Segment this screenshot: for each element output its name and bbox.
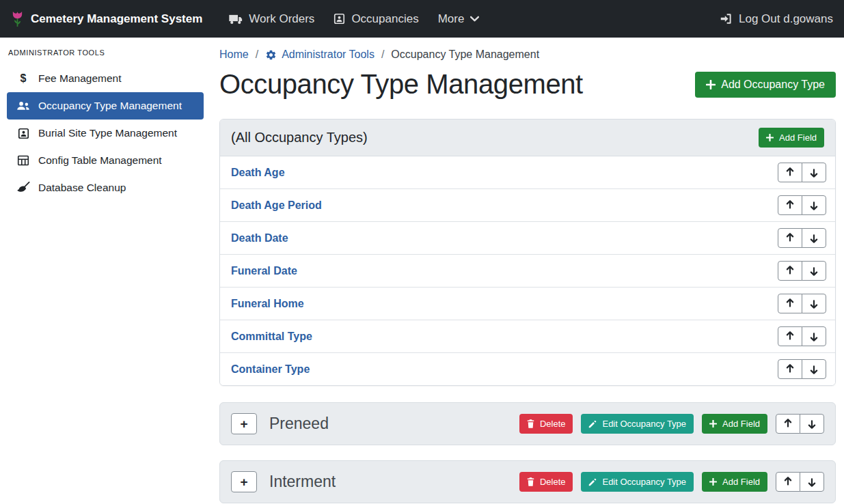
edit-occupancy-type-label: Edit Occupancy Type — [602, 419, 686, 429]
users-icon — [16, 100, 31, 111]
sidebar-item-label: Occupancy Type Management — [38, 100, 182, 112]
arrow-down-icon — [808, 418, 816, 430]
field-row: Committal Type — [220, 320, 835, 353]
trash-icon — [527, 419, 534, 428]
move-down-button[interactable] — [802, 261, 826, 281]
move-down-button[interactable] — [800, 472, 824, 492]
move-down-button[interactable] — [802, 359, 826, 379]
arrow-up-icon — [786, 232, 794, 244]
arrow-up-icon — [784, 476, 792, 488]
move-up-button[interactable] — [778, 326, 802, 346]
move-down-button[interactable] — [802, 294, 826, 313]
add-field-button[interactable]: Add Field — [702, 472, 767, 492]
arrow-up-icon — [786, 265, 794, 277]
arrow-down-icon — [808, 476, 816, 488]
add-field-button[interactable]: Add Field — [702, 414, 767, 434]
title-row: Occupancy Type Management Add Occupancy … — [219, 69, 836, 100]
breadcrumb-administrator-tools[interactable]: Administrator Tools — [265, 48, 375, 61]
reorder-button-group — [778, 326, 826, 346]
reorder-button-group — [778, 195, 826, 215]
all-occupancy-types-card: (All Occupancy Types) Add Field Death Ag… — [219, 119, 836, 386]
occupancy-type-title: Interment — [269, 473, 519, 491]
edit-occupancy-type-button[interactable]: Edit Occupancy Type — [581, 472, 694, 492]
breadcrumb-home[interactable]: Home — [219, 48, 249, 61]
brand-title: Cemetery Management System — [31, 12, 202, 26]
move-down-button[interactable] — [802, 195, 826, 215]
reorder-button-group — [778, 228, 826, 248]
sidebar-item-config-table-management[interactable]: Config Table Management — [7, 147, 204, 174]
pencil-icon — [588, 478, 597, 486]
field-link[interactable]: Death Age — [231, 167, 285, 179]
brand-home-link[interactable]: Cemetery Management System — [11, 10, 202, 28]
logout-label: Log Out d.gowans — [739, 12, 833, 26]
field-row: Container Type — [220, 353, 835, 385]
sidebar-item-database-cleanup[interactable]: Database Cleanup — [7, 174, 204, 201]
breadcrumb: Home / Administrator Tools / Occupancy T… — [219, 48, 836, 61]
nav-work-orders[interactable]: Work Orders — [219, 12, 324, 26]
nav-occupancies[interactable]: Occupancies — [324, 12, 428, 26]
move-up-button[interactable] — [778, 261, 802, 281]
broom-icon — [16, 182, 31, 194]
table-icon — [16, 155, 31, 166]
sidebar: ADMINISTRATOR TOOLS $ Fee Management Occ… — [0, 38, 211, 503]
move-down-button[interactable] — [802, 228, 826, 248]
pencil-icon — [588, 420, 597, 428]
truck-icon — [228, 14, 243, 25]
sidebar-item-occupancy-type-management[interactable]: Occupancy Type Management — [7, 92, 204, 120]
page-title: Occupancy Type Management — [219, 69, 583, 100]
move-down-button[interactable] — [802, 326, 826, 346]
move-up-button[interactable] — [778, 228, 802, 248]
sidebar-item-burial-site-type-management[interactable]: Burial Site Type Management — [7, 120, 204, 147]
plus-icon — [709, 420, 717, 428]
arrow-up-icon — [786, 298, 794, 309]
sidebar-item-fee-management[interactable]: $ Fee Management — [7, 65, 204, 92]
logout-link[interactable]: Log Out d.gowans — [710, 12, 833, 26]
expand-button[interactable]: + — [231, 471, 257, 492]
field-link[interactable]: Container Type — [231, 363, 310, 376]
reorder-button-group — [778, 294, 826, 313]
arrow-down-icon — [810, 265, 818, 277]
field-link[interactable]: Death Date — [231, 232, 288, 244]
portrait-icon — [333, 13, 345, 25]
move-up-button[interactable] — [778, 294, 802, 313]
breadcrumb-separator: / — [381, 48, 384, 61]
all-occupancy-types-header: (All Occupancy Types) Add Field — [220, 120, 835, 156]
nav-more-label: More — [438, 12, 465, 26]
arrow-up-icon — [786, 331, 794, 342]
add-occupancy-type-button[interactable]: Add Occupancy Type — [695, 72, 836, 98]
sidebar-item-label: Burial Site Type Management — [38, 127, 177, 139]
sidebar-heading: ADMINISTRATOR TOOLS — [0, 43, 211, 65]
move-up-button[interactable] — [776, 472, 800, 492]
edit-occupancy-type-button[interactable]: Edit Occupancy Type — [581, 414, 694, 434]
reorder-button-group — [778, 163, 826, 182]
move-up-button[interactable] — [776, 414, 800, 434]
move-down-button[interactable] — [800, 414, 824, 434]
expand-button[interactable]: + — [231, 413, 257, 434]
arrow-up-icon — [786, 363, 794, 375]
gear-icon — [265, 49, 277, 61]
reorder-button-group — [778, 359, 826, 379]
field-link[interactable]: Funeral Home — [231, 298, 304, 310]
move-up-button[interactable] — [778, 359, 802, 379]
arrow-up-icon — [784, 418, 792, 430]
field-link[interactable]: Funeral Date — [231, 265, 297, 277]
field-row: Funeral Home — [220, 288, 835, 320]
arrow-down-icon — [810, 232, 818, 244]
delete-button[interactable]: Delete — [519, 414, 573, 434]
move-up-button[interactable] — [778, 195, 802, 215]
add-field-button[interactable]: Add Field — [759, 128, 824, 148]
breadcrumb-section-label: Administrator Tools — [282, 48, 375, 61]
dollar-icon: $ — [16, 72, 31, 85]
plus-icon — [766, 134, 774, 141]
occupancy-type-card-interment: + Interment Delete Edit Occupancy Type — [219, 460, 836, 503]
move-up-button[interactable] — [778, 163, 802, 182]
delete-button[interactable]: Delete — [519, 472, 573, 492]
field-link[interactable]: Committal Type — [231, 331, 312, 343]
move-down-button[interactable] — [802, 163, 826, 182]
reorder-button-group — [778, 261, 826, 281]
arrow-up-icon — [786, 199, 794, 211]
sidebar-item-label: Config Table Management — [38, 154, 162, 167]
field-link[interactable]: Death Age Period — [231, 199, 322, 212]
nav-more[interactable]: More — [428, 12, 489, 26]
app-window: Cemetery Management System Work Orders — [0, 0, 844, 504]
